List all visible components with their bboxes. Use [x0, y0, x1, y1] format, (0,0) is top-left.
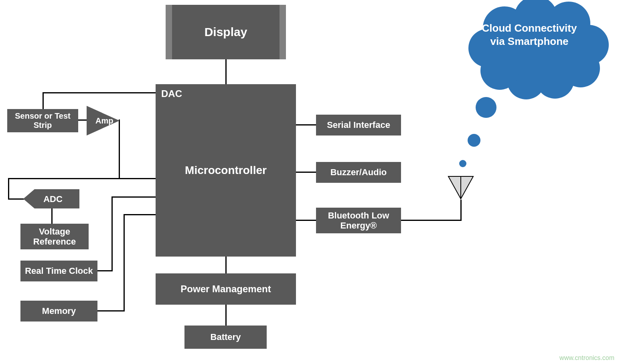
amp-label: Amp — [95, 116, 113, 125]
connector — [8, 178, 120, 179]
battery-block: Battery — [184, 326, 267, 349]
display-label: Display — [172, 5, 280, 59]
connector — [225, 257, 227, 273]
connector — [296, 220, 316, 221]
display-block: Display — [166, 5, 286, 59]
sensor-block: Sensor or Test Strip — [7, 109, 78, 132]
microcontroller-label: Microcontroller — [156, 164, 296, 177]
svg-point-5 — [468, 134, 480, 147]
connector — [296, 172, 316, 173]
serial-interface-label: Serial Interface — [319, 120, 398, 130]
power-management-label: Power Management — [159, 283, 293, 295]
connector — [97, 310, 124, 311]
adc-block: ADC — [23, 189, 79, 208]
connector — [8, 198, 24, 200]
diagram-canvas: Display DAC Microcontroller Sensor or Te… — [0, 0, 620, 364]
connector — [43, 92, 44, 109]
connector — [296, 124, 316, 125]
svg-point-6 — [476, 97, 496, 118]
microcontroller-block: DAC Microcontroller — [156, 84, 296, 257]
connector — [111, 196, 113, 271]
amp-block: Amp — [87, 106, 120, 135]
memory-block: Memory — [20, 301, 97, 322]
connector — [225, 305, 227, 326]
buzzer-audio-block: Buzzer/Audio — [316, 162, 401, 183]
connector — [119, 178, 156, 179]
connector — [97, 270, 112, 271]
rtc-block: Real Time Clock — [20, 261, 97, 281]
ble-block: Bluetooth Low Energy® — [316, 208, 401, 233]
sensor-label: Sensor or Test Strip — [10, 111, 75, 130]
connector — [8, 178, 9, 200]
voltage-reference-block: Voltage Reference — [20, 224, 89, 249]
cloud-text: Cloud Connectivity via Smartphone — [482, 22, 577, 47]
connector — [225, 59, 227, 84]
serial-interface-block: Serial Interface — [316, 115, 401, 135]
adc-label: ADC — [43, 194, 63, 204]
connector — [460, 200, 462, 221]
battery-label: Battery — [188, 332, 263, 342]
voltage-reference-label: Voltage Reference — [24, 226, 85, 247]
power-management-block: Power Management — [156, 273, 296, 305]
connector — [51, 208, 53, 224]
connector — [124, 214, 125, 311]
connector — [43, 92, 156, 93]
cloud-label: Cloud Connectivity via Smartphone — [477, 22, 582, 48]
display-text: Display — [205, 25, 247, 39]
svg-point-4 — [459, 160, 466, 167]
connector — [111, 196, 156, 198]
rtc-label: Real Time Clock — [24, 266, 94, 276]
connector — [401, 220, 461, 221]
dac-label: DAC — [161, 88, 182, 99]
antenna-icon — [448, 176, 473, 200]
memory-label: Memory — [24, 306, 94, 316]
connector — [124, 214, 156, 215]
buzzer-audio-label: Buzzer/Audio — [319, 167, 398, 177]
ble-label: Bluetooth Low Energy® — [319, 210, 398, 231]
watermark: www.cntronics.com — [559, 354, 614, 362]
